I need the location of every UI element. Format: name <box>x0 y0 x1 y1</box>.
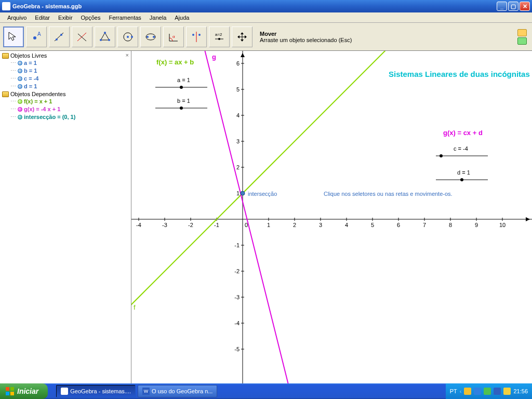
g-formula-label: g(x) = cx + d <box>443 129 483 137</box>
svg-text:7: 7 <box>423 222 426 228</box>
tool-perpendicular[interactable] <box>72 26 92 47</box>
menu-arquivo[interactable]: Arquivo <box>3 14 31 22</box>
svg-text:-1: -1 <box>234 242 240 248</box>
svg-marker-7 <box>101 33 109 40</box>
svg-text:2: 2 <box>293 222 296 228</box>
tray-icon[interactable] <box>474 388 481 395</box>
tree-item-g[interactable]: ⋯g(x) = -4 x + 1 <box>2 105 129 113</box>
tree-item-d[interactable]: ⋯d = 1 <box>2 83 129 90</box>
tray-icon[interactable] <box>494 388 501 395</box>
close-button[interactable]: ✕ <box>520 2 530 11</box>
svg-marker-27 <box>241 53 245 57</box>
menu-exibir[interactable]: Exibir <box>54 14 77 22</box>
tool-slider[interactable]: a=2 <box>209 26 230 47</box>
tool-reflect[interactable] <box>186 26 207 47</box>
slider-c[interactable]: c = -4 <box>436 145 488 157</box>
menu-editar[interactable]: Editar <box>31 14 54 22</box>
svg-text:α: α <box>172 34 175 39</box>
tree-item-a[interactable]: ⋯a = 1 <box>2 59 129 67</box>
task-app-icon <box>61 388 68 395</box>
system-tray: PT ‹ 21:56 <box>446 383 532 399</box>
free-objects-folder[interactable]: Objetos Livres <box>2 52 129 59</box>
tool-angle[interactable]: α <box>163 26 184 47</box>
tool-name-label: Mover <box>260 31 515 37</box>
intersection-label: intersecção <box>248 191 277 197</box>
graph-panel[interactable]: -4 -3 -2 -1 0 1 2 3 4 5 6 7 8 9 10 6 5 4 <box>131 51 532 387</box>
menu-ajuda[interactable]: Ajuda <box>170 14 193 22</box>
tool-move[interactable] <box>3 26 24 47</box>
language-indicator[interactable]: PT <box>450 388 457 394</box>
tool-point[interactable]: A <box>26 26 47 47</box>
svg-text:8: 8 <box>449 222 452 228</box>
task-geogebra[interactable]: GeoGebra - sistemas.... <box>56 385 136 397</box>
tool-polygon[interactable] <box>95 26 115 47</box>
svg-text:1: 1 <box>236 190 240 196</box>
menu-ferramentas[interactable]: Ferramentas <box>104 14 145 22</box>
tool-line[interactable] <box>49 26 70 47</box>
task-word[interactable]: W O uso do GeoGebra n... <box>138 385 217 397</box>
slider-d[interactable]: d = 1 <box>436 169 488 181</box>
windows-logo-icon <box>5 387 15 396</box>
clock[interactable]: 21:56 <box>513 388 528 394</box>
tree-item-intersection[interactable]: ⋯intersecção = (0, 1) <box>2 113 129 121</box>
svg-text:-4: -4 <box>136 222 141 228</box>
svg-point-12 <box>127 36 129 38</box>
svg-text:-2: -2 <box>188 222 193 228</box>
tool-circle[interactable] <box>117 26 138 47</box>
tree-item-f[interactable]: ⋯f(x) = x + 1 <box>2 98 129 105</box>
svg-marker-26 <box>526 217 530 221</box>
undo-icon[interactable] <box>517 29 527 36</box>
graph-svg[interactable]: -4 -3 -2 -1 0 1 2 3 4 5 6 7 8 9 10 6 5 4 <box>131 51 532 387</box>
svg-text:5: 5 <box>236 86 240 92</box>
svg-text:6: 6 <box>236 60 240 66</box>
toolbar: A α a=2 Mover Arraste um objeto selecion… <box>0 23 532 51</box>
svg-text:a=2: a=2 <box>215 32 222 37</box>
svg-text:-4: -4 <box>234 320 240 326</box>
intersection-point[interactable] <box>241 191 245 195</box>
tray-icon[interactable] <box>484 388 491 395</box>
svg-point-13 <box>131 36 133 38</box>
tool-move-view[interactable] <box>232 26 252 47</box>
svg-text:-2: -2 <box>234 268 240 274</box>
line-f[interactable] <box>131 51 532 310</box>
minimize-button[interactable]: _ <box>497 2 507 11</box>
svg-line-6 <box>78 34 86 41</box>
svg-text:6: 6 <box>397 222 400 228</box>
svg-text:4: 4 <box>345 222 348 228</box>
tray-icon[interactable] <box>503 388 511 395</box>
svg-rect-93 <box>6 392 9 395</box>
algebra-panel: × Objetos Livres ⋯a = 1 ⋯b = 1 ⋯c = -4 ⋯… <box>0 51 131 387</box>
svg-point-16 <box>153 36 155 38</box>
menu-bar: Arquivo Editar Exibir Opções Ferramentas… <box>0 12 532 23</box>
start-label: Iniciar <box>17 387 38 395</box>
maximize-button[interactable]: ▢ <box>508 2 518 11</box>
slider-b[interactable]: b = 1 <box>155 98 207 110</box>
start-button[interactable]: Iniciar <box>0 383 48 399</box>
line-g[interactable] <box>199 51 337 387</box>
slider-a[interactable]: a = 1 <box>155 77 207 89</box>
folder-icon <box>2 91 9 97</box>
svg-rect-92 <box>10 387 14 391</box>
svg-text:1: 1 <box>267 222 270 228</box>
svg-text:9: 9 <box>475 222 478 228</box>
menu-janela[interactable]: Janela <box>145 14 170 22</box>
tool-ellipse[interactable] <box>140 26 161 47</box>
svg-point-19 <box>192 34 194 36</box>
svg-point-3 <box>56 38 58 41</box>
svg-text:-3: -3 <box>234 294 240 300</box>
menu-opcoes[interactable]: Opções <box>77 14 105 22</box>
svg-point-23 <box>218 38 220 40</box>
hint-label: Clique nos seletores ou nas retas e movi… <box>324 191 453 197</box>
svg-point-90 <box>460 178 463 181</box>
redo-icon[interactable] <box>517 37 527 45</box>
svg-text:0: 0 <box>245 222 248 228</box>
tree-item-c[interactable]: ⋯c = -4 <box>2 75 129 83</box>
tree-item-b[interactable]: ⋯b = 1 <box>2 67 129 75</box>
svg-point-81 <box>180 86 183 89</box>
tray-icon[interactable] <box>464 388 471 395</box>
taskbar: Iniciar GeoGebra - sistemas.... W O uso … <box>0 383 532 399</box>
chart-title: Sistemas Lineares de duas incógnitas <box>389 70 530 78</box>
dependent-objects-folder[interactable]: Objetos Dependentes <box>2 90 129 98</box>
svg-text:d = 1: d = 1 <box>457 169 470 176</box>
panel-close-icon[interactable]: × <box>126 52 129 58</box>
